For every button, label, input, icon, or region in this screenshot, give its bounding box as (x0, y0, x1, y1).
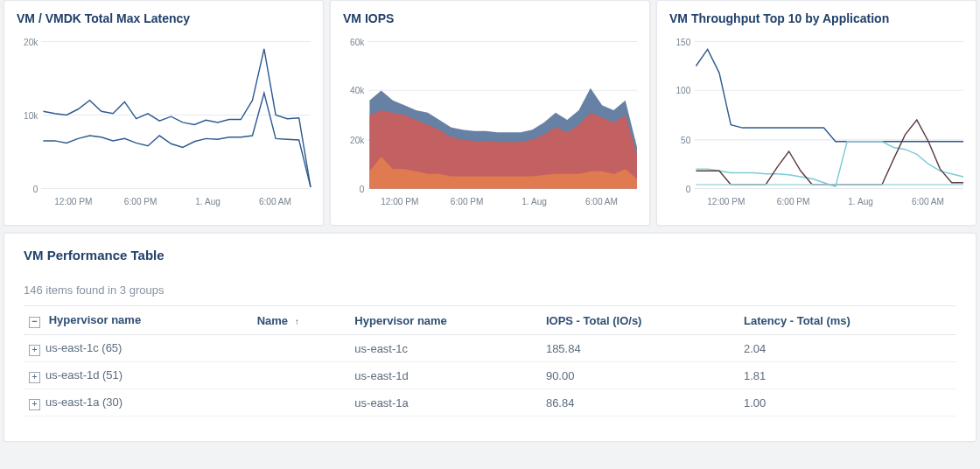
svg-text:150: 150 (676, 38, 690, 47)
expand-icon[interactable]: + (29, 345, 40, 356)
table-header-row: − Hypervisor name Name ↑ Hypervisor name… (24, 306, 956, 335)
chart-series (696, 49, 963, 186)
cell-iops: 90.00 (541, 362, 738, 389)
col-hypervisor-group[interactable]: − Hypervisor name (24, 306, 252, 335)
table-row[interactable]: +us-east-1d (51)us-east-1d90.001.81 (24, 362, 956, 389)
col-name[interactable]: Name ↑ (252, 306, 350, 335)
chart-svg: 150 100 50 0 12:00 PM 6:00 PM 1. Aug 6:0… (666, 32, 967, 216)
cell-latency: 1.00 (738, 389, 956, 416)
col-label: Hypervisor name (354, 314, 447, 327)
svg-text:6:00 PM: 6:00 PM (124, 197, 158, 206)
chart-svg: 20k 10k 0 12:00 PM 6:00 PM 1. Aug 6:00 A… (13, 32, 314, 216)
col-hypervisor[interactable]: Hypervisor name (349, 306, 541, 335)
col-label: IOPS - Total (IO/s) (546, 314, 642, 327)
cell-hypervisor: us-east-1a (349, 389, 541, 416)
cell-latency: 2.04 (738, 335, 956, 362)
chart-title: VM Throughput Top 10 by Application (657, 1, 976, 32)
svg-text:6:00 PM: 6:00 PM (777, 197, 810, 206)
x-axis: 12:00 PM 6:00 PM 1. Aug 6:00 AM (54, 197, 291, 206)
svg-text:20k: 20k (24, 38, 38, 47)
svg-text:0: 0 (360, 185, 365, 194)
collapse-all-icon[interactable]: − (29, 317, 40, 328)
cell-name (252, 389, 350, 416)
cell-name (252, 362, 350, 389)
svg-text:0: 0 (33, 185, 38, 194)
cell-hypervisor: us-east-1d (349, 362, 541, 389)
x-axis: 12:00 PM 6:00 PM 1. Aug 6:00 AM (381, 197, 618, 206)
charts-row: VM / VMDK Total Max Latency 20k 10k 0 12… (0, 0, 980, 226)
cell-iops: 86.84 (541, 389, 738, 416)
svg-text:20k: 20k (350, 136, 365, 145)
svg-text:60k: 60k (350, 38, 365, 47)
svg-text:100: 100 (676, 86, 690, 95)
svg-text:40k: 40k (350, 86, 365, 95)
svg-text:10k: 10k (24, 111, 38, 121)
svg-text:6:00 AM: 6:00 AM (585, 197, 618, 206)
svg-text:1. Aug: 1. Aug (522, 197, 547, 206)
svg-text:50: 50 (681, 136, 691, 145)
chart-series (369, 88, 637, 189)
svg-text:1. Aug: 1. Aug (195, 197, 220, 206)
svg-text:6:00 PM: 6:00 PM (451, 197, 484, 206)
cell-group[interactable]: +us-east-1a (30) (24, 389, 252, 416)
svg-text:6:00 AM: 6:00 AM (259, 197, 291, 206)
chart-body-iops[interactable]: 60k 40k 20k 0 12:00 PM 6:00 PM 1. Aug 6:… (340, 32, 640, 216)
cell-group[interactable]: +us-east-1d (51) (24, 362, 252, 389)
cell-group[interactable]: +us-east-1c (65) (24, 335, 252, 362)
chart-body-latency[interactable]: 20k 10k 0 12:00 PM 6:00 PM 1. Aug 6:00 A… (13, 32, 314, 216)
chart-title: VM / VMDK Total Max Latency (4, 1, 323, 32)
col-iops[interactable]: IOPS - Total (IO/s) (541, 306, 738, 335)
chart-series (43, 49, 311, 187)
group-label: us-east-1a (30) (46, 396, 122, 409)
table-row[interactable]: +us-east-1c (65)us-east-1c185.842.04 (24, 335, 956, 362)
chart-svg: 60k 40k 20k 0 12:00 PM 6:00 PM 1. Aug 6:… (340, 32, 640, 216)
card-vm-latency: VM / VMDK Total Max Latency 20k 10k 0 12… (4, 0, 324, 226)
cell-latency: 1.81 (738, 362, 956, 389)
svg-text:1. Aug: 1. Aug (848, 197, 873, 206)
expand-icon[interactable]: + (29, 399, 40, 410)
svg-text:12:00 PM: 12:00 PM (707, 197, 745, 206)
svg-text:6:00 AM: 6:00 AM (912, 197, 944, 206)
card-vm-iops: VM IOPS 60k 40k 20k 0 12:00 PM 6:00 PM 1… (330, 0, 650, 226)
cell-iops: 185.84 (541, 335, 738, 362)
table-title: VM Performance Table (24, 248, 956, 262)
cell-name (252, 335, 350, 362)
svg-text:12:00 PM: 12:00 PM (381, 197, 418, 206)
table-subtitle: 146 items found in 3 groups (24, 284, 956, 297)
chart-title: VM IOPS (331, 1, 649, 32)
x-axis: 12:00 PM 6:00 PM 1. Aug 6:00 AM (707, 197, 944, 206)
performance-table: − Hypervisor name Name ↑ Hypervisor name… (24, 305, 956, 416)
svg-text:0: 0 (686, 185, 691, 194)
chart-body-throughput[interactable]: 150 100 50 0 12:00 PM 6:00 PM 1. Aug 6:0… (666, 32, 967, 216)
card-vm-performance-table: VM Performance Table 146 items found in … (4, 233, 976, 442)
col-label: Name (257, 314, 288, 327)
group-label: us-east-1d (51) (46, 368, 122, 382)
col-label: Hypervisor name (49, 313, 142, 326)
col-latency[interactable]: Latency - Total (ms) (738, 306, 956, 335)
group-label: us-east-1c (65) (46, 341, 122, 354)
table-row[interactable]: +us-east-1a (30)us-east-1a86.841.00 (24, 389, 956, 416)
col-label: Latency - Total (ms) (744, 314, 850, 327)
expand-icon[interactable]: + (29, 372, 40, 383)
svg-text:12:00 PM: 12:00 PM (54, 197, 92, 206)
card-vm-throughput: VM Throughput Top 10 by Application 150 … (656, 0, 976, 226)
cell-hypervisor: us-east-1c (349, 335, 541, 362)
sort-asc-icon: ↑ (295, 317, 299, 326)
